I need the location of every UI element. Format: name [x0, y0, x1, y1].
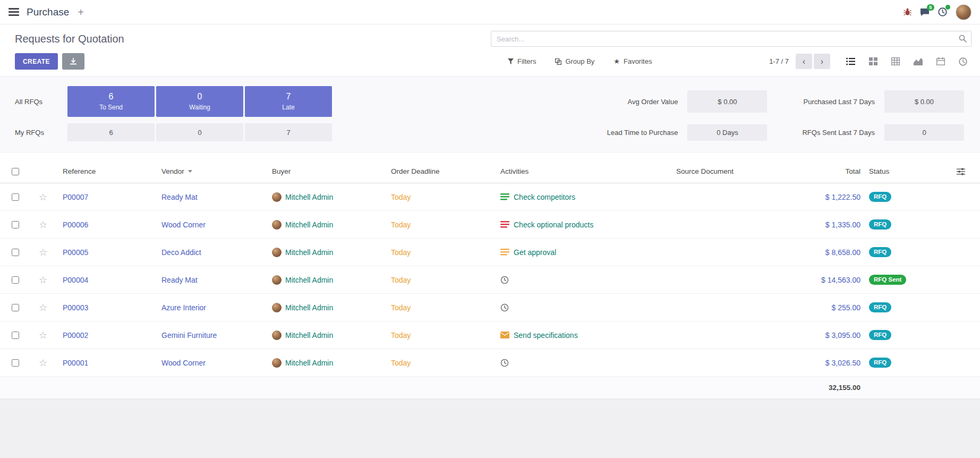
table-row[interactable]: ☆ P00002 Gemini Furniture Mitchell Admin… [0, 321, 980, 349]
user-avatar[interactable] [956, 4, 972, 20]
column-header-order-deadline[interactable]: Order Deadline [387, 167, 496, 175]
reference-link[interactable]: P00004 [55, 276, 157, 284]
star-icon[interactable]: ☆ [39, 220, 47, 230]
column-header-vendor[interactable]: Vendor [157, 167, 268, 175]
filters-menu[interactable]: Filters [508, 57, 536, 65]
activity-cell[interactable]: Get approval [500, 248, 556, 257]
filter-icon [508, 58, 514, 64]
create-button[interactable]: CREATE [15, 53, 58, 70]
order-deadline-cell: Today [387, 359, 496, 367]
my-kpi-waiting[interactable]: 0 [156, 123, 243, 141]
activity-view-icon[interactable] [959, 57, 967, 66]
row-checkbox[interactable] [12, 193, 19, 201]
graph-view-icon[interactable] [914, 57, 923, 65]
optional-columns-icon[interactable] [944, 168, 980, 175]
activity-cell[interactable] [500, 359, 513, 367]
star-icon[interactable]: ☆ [39, 248, 47, 257]
table-row[interactable]: ☆ P00003 Azure Interior Mitchell Admin T… [0, 294, 980, 321]
kpi-late[interactable]: 7 Late [245, 86, 332, 117]
table-row[interactable]: ☆ P00005 Deco Addict Mitchell Admin Toda… [0, 239, 980, 266]
vendor-header-label: Vendor [161, 167, 184, 175]
star-icon[interactable]: ☆ [39, 275, 47, 285]
favorites-menu[interactable]: ★ Favorites [613, 57, 652, 65]
column-header-source-document[interactable]: Source Document [672, 167, 764, 175]
star-icon[interactable]: ☆ [39, 358, 47, 368]
list-header-row: Reference Vendor Buyer Order Deadline Ac… [0, 160, 980, 183]
page-title: Requests for Quotation [15, 33, 124, 45]
table-row[interactable]: ☆ P00001 Wood Corner Mitchell Admin Toda… [0, 349, 980, 377]
kanban-view-icon[interactable] [869, 57, 877, 65]
avg-order-value: $ 0.00 [687, 90, 767, 113]
reference-link[interactable]: P00005 [55, 248, 157, 257]
apps-menu-icon[interactable] [8, 8, 19, 16]
vendor-cell[interactable]: Azure Interior [157, 303, 268, 312]
reference-link[interactable]: P00007 [55, 193, 157, 201]
kpi-waiting[interactable]: 0 Waiting [156, 86, 243, 117]
status-cell: RFQ Sent [865, 275, 944, 285]
total-cell: $ 8,658.00 [764, 248, 865, 257]
vendor-cell[interactable]: Wood Corner [157, 220, 268, 229]
total-cell: $ 14,563.00 [764, 276, 865, 284]
reference-link[interactable]: P00002 [55, 331, 157, 340]
vendor-cell[interactable]: Ready Mat [157, 276, 268, 284]
star-icon[interactable]: ☆ [39, 303, 47, 312]
row-checkbox[interactable] [12, 276, 19, 284]
sort-caret-icon [188, 170, 192, 173]
top-navbar: Purchase + 5 [0, 0, 980, 24]
buyer-cell: Mitchell Admin [268, 303, 387, 312]
export-button[interactable] [62, 53, 84, 70]
debug-bug-icon[interactable] [904, 8, 911, 16]
vendor-cell[interactable]: Gemini Furniture [157, 331, 268, 340]
reference-link[interactable]: P00003 [55, 303, 157, 312]
column-header-status[interactable]: Status [865, 167, 944, 175]
group-by-menu[interactable]: Group By [555, 57, 594, 65]
status-badge: RFQ [869, 358, 891, 368]
star-icon[interactable]: ☆ [39, 330, 47, 340]
column-header-activities[interactable]: Activities [496, 167, 672, 175]
pivot-view-icon[interactable] [891, 57, 900, 65]
table-row[interactable]: ☆ P00007 Ready Mat Mitchell Admin Today … [0, 183, 980, 211]
messages-icon[interactable]: 5 [920, 8, 930, 16]
app-name[interactable]: Purchase [27, 6, 69, 18]
reference-link[interactable]: P00001 [55, 359, 157, 367]
activity-cell[interactable]: Check optional products [500, 220, 593, 229]
my-rfqs-label: My RFQs [15, 129, 66, 137]
row-checkbox[interactable] [12, 359, 19, 367]
reference-link[interactable]: P00006 [55, 220, 157, 229]
row-checkbox[interactable] [12, 221, 19, 228]
star-icon[interactable]: ☆ [39, 192, 47, 202]
my-kpi-to-send[interactable]: 6 [67, 123, 155, 141]
status-cell: RFQ [865, 192, 944, 202]
row-checkbox[interactable] [12, 332, 19, 339]
pager-previous-button[interactable]: ‹ [796, 54, 812, 69]
activities-clock-icon[interactable] [938, 7, 947, 16]
row-checkbox[interactable] [12, 304, 19, 311]
kpi-to-send[interactable]: 6 To Send [67, 86, 155, 117]
vendor-cell[interactable]: Ready Mat [157, 193, 268, 201]
activity-cell[interactable] [500, 276, 513, 284]
column-header-buyer[interactable]: Buyer [268, 167, 387, 175]
list-view-icon[interactable] [846, 57, 855, 65]
search-input[interactable] [491, 31, 972, 47]
buyer-cell: Mitchell Admin [268, 358, 387, 368]
activity-cell[interactable] [500, 303, 513, 312]
todo-activity-icon [500, 193, 509, 200]
plus-icon[interactable]: + [78, 7, 84, 18]
vendor-cell[interactable]: Deco Addict [157, 248, 268, 257]
column-header-total[interactable]: Total [764, 167, 865, 175]
activity-label: Send specifications [514, 331, 578, 340]
my-kpi-late[interactable]: 7 [245, 123, 332, 141]
column-header-reference[interactable]: Reference [55, 167, 157, 175]
activity-cell[interactable]: Check competitors [500, 193, 575, 201]
table-row[interactable]: ☆ P00006 Wood Corner Mitchell Admin Toda… [0, 211, 980, 239]
activity-cell[interactable]: Send specifications [500, 331, 578, 340]
row-checkbox[interactable] [12, 249, 19, 256]
calendar-view-icon[interactable] [936, 57, 945, 65]
table-row[interactable]: ☆ P00004 Ready Mat Mitchell Admin Today … [0, 266, 980, 294]
lead-time-label: Lead Time to Purchase [607, 129, 678, 137]
select-all-checkbox[interactable] [12, 168, 19, 175]
mail-activity-icon [500, 332, 509, 338]
pager-next-button[interactable]: › [814, 54, 830, 69]
group-by-label: Group By [565, 57, 594, 65]
vendor-cell[interactable]: Wood Corner [157, 359, 268, 367]
